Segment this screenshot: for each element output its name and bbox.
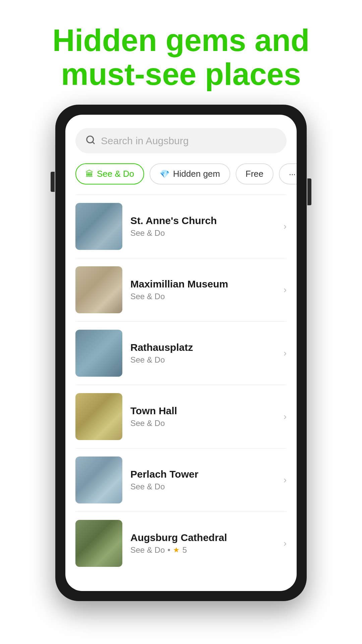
chevron-icon-maximillian-museum: ›: [284, 284, 287, 295]
gem-icon: 💎: [160, 169, 170, 179]
screen-content: Search in Augsburg 🏛 See & Do 💎 Hidden g…: [65, 115, 297, 575]
place-name-town-hall: Town Hall: [130, 405, 276, 417]
chip-hidden-gem[interactable]: 💎 Hidden gem: [149, 163, 230, 184]
hero-section: Hidden gems and must-see places: [0, 0, 362, 105]
chevron-icon-rathausplatz: ›: [284, 348, 287, 359]
dot-separator: •: [168, 545, 170, 555]
place-item-town-hall[interactable]: Town Hall See & Do ›: [75, 385, 287, 448]
hero-title: Hidden gems and must-see places: [20, 23, 342, 91]
place-category-rathausplatz: See & Do: [130, 355, 276, 365]
place-name-augsburg-cathedral: Augsburg Cathedral: [130, 532, 276, 543]
place-info-town-hall: Town Hall See & Do: [130, 405, 276, 428]
place-info-st-annes-church: St. Anne's Church See & Do: [130, 215, 276, 238]
search-bar[interactable]: Search in Augsburg: [75, 128, 287, 153]
place-item-perlach-tower[interactable]: Perlach Tower See & Do ›: [75, 448, 287, 512]
place-item-st-annes-church[interactable]: St. Anne's Church See & Do ›: [75, 195, 287, 258]
place-item-augsburg-cathedral[interactable]: Augsburg Cathedral See & Do • ★ 5 ›: [75, 512, 287, 575]
search-icon: [85, 135, 96, 147]
svg-line-1: [93, 142, 94, 144]
phone-frame: Search in Augsburg 🏛 See & Do 💎 Hidden g…: [55, 105, 307, 601]
chip-other[interactable]: ··· Other: [279, 163, 297, 184]
place-name-maximillian-museum: Maximillian Museum: [130, 278, 276, 290]
place-item-rathausplatz[interactable]: Rathausplatz See & Do ›: [75, 322, 287, 385]
place-rating-augsburg-cathedral: 5: [182, 545, 187, 555]
chevron-icon-st-annes-church: ›: [284, 221, 287, 232]
place-category-augsburg-cathedral: See & Do: [130, 545, 165, 555]
place-meta-augsburg-cathedral: See & Do • ★ 5: [130, 545, 276, 555]
chevron-icon-perlach-tower: ›: [284, 475, 287, 485]
thumbnail-perlach-tower: [75, 457, 122, 503]
thumbnail-st-annes-church: [75, 203, 122, 250]
chip-see-do[interactable]: 🏛 See & Do: [75, 163, 144, 184]
place-list: St. Anne's Church See & Do › Maximillian…: [75, 195, 287, 575]
place-item-maximillian-museum[interactable]: Maximillian Museum See & Do ›: [75, 258, 287, 321]
chevron-icon-augsburg-cathedral: ›: [284, 538, 287, 549]
place-category-perlach-tower: See & Do: [130, 482, 276, 491]
building-icon: 🏛: [85, 169, 94, 179]
star-icon: ★: [173, 546, 180, 554]
chip-free-label: Free: [246, 169, 263, 179]
chip-hidden-gem-label: Hidden gem: [173, 169, 220, 179]
thumbnail-town-hall: [75, 393, 122, 440]
filter-chips: 🏛 See & Do 💎 Hidden gem Free ··· Other: [75, 163, 287, 184]
thumbnail-rathausplatz: [75, 330, 122, 377]
search-placeholder-text: Search in Augsburg: [101, 135, 189, 147]
place-name-st-annes-church: St. Anne's Church: [130, 215, 276, 226]
phone-screen: Search in Augsburg 🏛 See & Do 💎 Hidden g…: [65, 115, 297, 591]
place-info-rathausplatz: Rathausplatz See & Do: [130, 342, 276, 365]
place-info-perlach-tower: Perlach Tower See & Do: [130, 469, 276, 491]
place-info-augsburg-cathedral: Augsburg Cathedral See & Do • ★ 5: [130, 532, 276, 555]
chevron-icon-town-hall: ›: [284, 411, 287, 422]
place-name-perlach-tower: Perlach Tower: [130, 469, 276, 480]
thumbnail-augsburg-cathedral: [75, 520, 122, 567]
thumbnail-maximillian-museum: [75, 266, 122, 313]
place-category-town-hall: See & Do: [130, 419, 276, 428]
chip-see-do-label: See & Do: [97, 169, 134, 179]
place-category-maximillian-museum: See & Do: [130, 292, 276, 301]
place-category-st-annes-church: See & Do: [130, 228, 276, 238]
chip-free[interactable]: Free: [236, 163, 274, 184]
more-icon: ···: [289, 169, 296, 179]
place-info-maximillian-museum: Maximillian Museum See & Do: [130, 278, 276, 301]
place-name-rathausplatz: Rathausplatz: [130, 342, 276, 353]
phone-wrapper: Search in Augsburg 🏛 See & Do 💎 Hidden g…: [0, 105, 362, 621]
